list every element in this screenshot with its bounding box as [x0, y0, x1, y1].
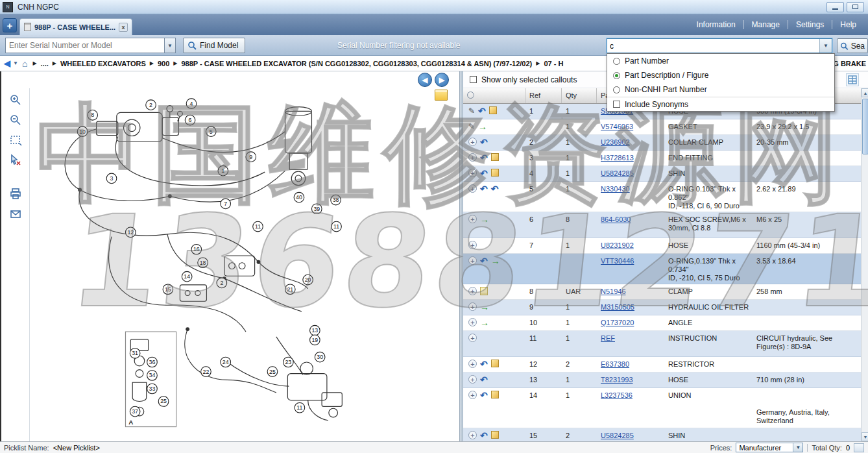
expand-plus-icon[interactable]: +: [468, 215, 477, 223]
nav-back-icon[interactable]: ◀: [4, 58, 10, 68]
table-scrollbar[interactable]: ▲ ▼: [861, 88, 868, 441]
prices-select[interactable]: Manufacturer ▼: [736, 443, 803, 452]
serial-dropdown-icon[interactable]: ▼: [165, 38, 176, 53]
package-icon[interactable]: [489, 106, 497, 114]
search-button[interactable]: Sea: [837, 38, 868, 53]
breadcrumb-item[interactable]: ....: [41, 60, 49, 67]
expand-plus-icon[interactable]: +: [468, 184, 477, 193]
substitute-arrow-icon[interactable]: ↶: [480, 138, 488, 147]
expand-plus-icon[interactable]: +: [468, 241, 477, 249]
part-row[interactable]: +→68864-6030HEX SOC SCREW,M6 x 30mm, Cl …: [463, 212, 861, 238]
substitute-arrow-icon[interactable]: ↶: [480, 169, 488, 178]
part-row[interactable]: +↶122E637380RESTRICTOR: [463, 357, 861, 373]
radio-icon[interactable]: [613, 72, 620, 79]
menu-settings[interactable]: Settings: [788, 20, 832, 29]
part-number-link[interactable]: REF: [601, 334, 615, 342]
package-icon[interactable]: [491, 153, 499, 161]
new-tab-button[interactable]: +: [3, 18, 17, 32]
qty-column-header[interactable]: Qty: [562, 88, 597, 103]
part-row[interactable]: +↶↶51N330430O-RING 0.103" Thk x 0.862" I…: [463, 182, 861, 212]
package-icon[interactable]: [491, 169, 499, 177]
zoom-selection-icon[interactable]: [8, 132, 23, 148]
part-row[interactable]: +↶31H3728613END FITTING: [463, 151, 861, 166]
substitute-arrow-icon[interactable]: ↶: [480, 391, 488, 400]
package-icon[interactable]: [491, 431, 499, 439]
part-row[interactable]: +↶41U5824285SHIN: [463, 166, 861, 182]
parts-diagram[interactable]: A 46528101973124039381111161814215212013…: [30, 96, 459, 441]
substitute-arrow-icon[interactable]: ↶: [491, 184, 499, 194]
expand-plus-icon[interactable]: +: [468, 169, 477, 177]
zoom-out-icon[interactable]: [8, 112, 23, 128]
breadcrumb-item[interactable]: 988P - CASE WHEELED EXCAVATOR (S/N CGG01…: [181, 60, 532, 67]
part-number-link[interactable]: N330430: [601, 185, 630, 193]
menu-information[interactable]: Information: [689, 20, 743, 29]
goto-figure-icon[interactable]: →: [480, 302, 489, 312]
part-number-link[interactable]: H3728613: [601, 154, 634, 162]
part-row[interactable]: +↶152U5824285SHIN: [463, 428, 861, 441]
part-number-link[interactable]: T8231993: [601, 376, 633, 384]
figure-previous-button[interactable]: ◀: [418, 73, 432, 87]
substitute-arrow-icon[interactable]: ↶: [478, 106, 486, 116]
part-row[interactable]: +↶141L3237536UNIONGermany, Austria, Ital…: [463, 388, 861, 428]
layout-grid-icon[interactable]: [846, 73, 859, 86]
goto-figure-icon[interactable]: →: [480, 215, 489, 225]
part-number-link[interactable]: N51946: [601, 288, 626, 295]
expand-plus-icon[interactable]: +: [468, 256, 477, 265]
part-number-link[interactable]: U5824285: [601, 432, 634, 439]
part-row[interactable]: +↶131T8231993HOSE710 mm (28 in): [463, 373, 861, 388]
package-icon[interactable]: [491, 391, 499, 398]
part-row[interactable]: +→101Q1737020ANGLE: [463, 315, 861, 331]
part-number-link[interactable]: U5824285: [601, 169, 634, 177]
expand-plus-icon[interactable]: +: [468, 318, 477, 326]
search-option[interactable]: Part Number: [607, 54, 834, 68]
breadcrumb-item[interactable]: WHEELED EXCAVATORS: [60, 60, 146, 67]
expand-plus-icon[interactable]: +: [468, 302, 477, 311]
include-synonyms-checkbox[interactable]: [613, 101, 620, 108]
part-number-link[interactable]: U8231902: [601, 241, 634, 249]
part-row[interactable]: +111REFINSTRUCTIONCIRCUIT hydraulic, See…: [463, 331, 861, 357]
search-input[interactable]: [607, 39, 819, 53]
part-row[interactable]: +↶21U236902COLLAR CLAMP20-35 mm: [463, 135, 861, 151]
serial-number-input[interactable]: [5, 38, 165, 53]
substitute-arrow-icon[interactable]: ↶: [480, 360, 488, 369]
prices-select-arrow-icon[interactable]: ▼: [793, 443, 802, 452]
maximize-button[interactable]: [847, 2, 864, 12]
part-number-link[interactable]: U236902: [601, 138, 630, 146]
deselect-pointer-icon[interactable]: [8, 153, 23, 168]
substitute-arrow-icon[interactable]: ↶: [480, 431, 488, 441]
part-row[interactable]: +71U8231902HOSE1160 mm (45-3/4 in): [463, 238, 861, 254]
zoom-in-icon[interactable]: [8, 92, 23, 108]
scroll-down-icon[interactable]: ▼: [862, 432, 868, 441]
expand-plus-icon[interactable]: +: [468, 153, 477, 162]
substitute-arrow-icon[interactable]: ↶: [480, 184, 488, 194]
note-icon[interactable]: [480, 287, 488, 295]
expand-plus-icon[interactable]: +: [468, 138, 477, 146]
nav-back-dropdown-icon[interactable]: ▼: [13, 60, 18, 66]
part-number-link[interactable]: E637380: [601, 360, 629, 368]
edit-pencil-icon[interactable]: ✎: [468, 106, 475, 116]
breadcrumb-item[interactable]: 900: [158, 60, 169, 67]
tab-close-icon[interactable]: x: [119, 23, 128, 32]
home-icon[interactable]: ⌂: [22, 58, 27, 69]
include-synonyms-option[interactable]: Include Synonyms: [607, 97, 834, 111]
tab-active-model[interactable]: 988P - CASE WHEELE... x: [19, 18, 132, 35]
part-row[interactable]: +→91M3150505HYDRAULIC OIL FILTER: [463, 300, 861, 315]
part-row[interactable]: ✎→1V5746063GASKET23.9 x 29.2 x 1.5: [463, 119, 861, 135]
edit-pencil-icon[interactable]: ✎: [468, 122, 475, 132]
search-combo-arrow-icon[interactable]: ▼: [819, 39, 832, 53]
goto-figure-icon[interactable]: →: [491, 256, 500, 266]
part-number-link[interactable]: 864-6030: [601, 215, 631, 223]
part-number-link[interactable]: M3150505: [601, 303, 634, 311]
callout-column-header[interactable]: [463, 88, 525, 103]
package-icon[interactable]: [491, 360, 499, 367]
ref-column-header[interactable]: Ref: [525, 88, 562, 103]
part-number-link[interactable]: L3237536: [601, 391, 633, 399]
expand-plus-icon[interactable]: +: [468, 391, 477, 399]
part-row[interactable]: +8UARN51946CLAMP258 mm: [463, 284, 861, 300]
substitute-arrow-icon[interactable]: ↶: [480, 256, 488, 266]
part-number-link[interactable]: Q1737020: [601, 319, 634, 326]
part-number-link[interactable]: VTT30446: [601, 257, 634, 265]
figure-next-button[interactable]: ▶: [435, 73, 449, 87]
search-option[interactable]: Non-CNHI Part Number: [607, 82, 834, 97]
radio-icon[interactable]: [613, 58, 620, 65]
